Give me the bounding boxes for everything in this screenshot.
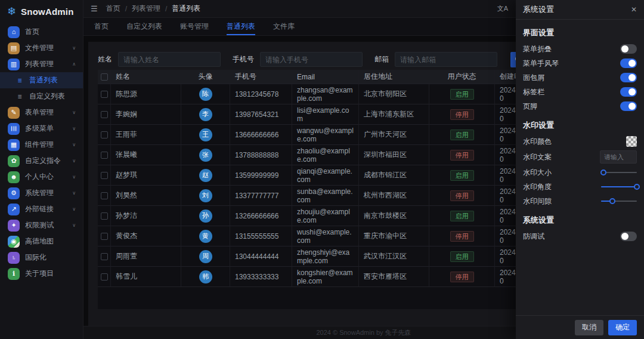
settings-drawer: 系统设置 ✕ 界面设置 菜单折叠 菜单手风琴 面包屑 标签栏 页脚 水印设置 水…	[516, 0, 644, 339]
tab-normal-list[interactable]: 普通列表	[227, 18, 255, 35]
grid-icon: ▦	[8, 139, 20, 151]
gear-icon: ⚙	[8, 187, 20, 199]
breadcrumb-home[interactable]: 首页	[106, 4, 120, 14]
app-logo[interactable]: ❄ SnowAdmin	[0, 0, 83, 24]
col-header-address: 居住地址	[359, 70, 429, 84]
breadcrumb-list-management[interactable]: 列表管理	[132, 4, 160, 14]
breadcrumb: 首页 / 列表管理 / 普通列表	[106, 4, 201, 14]
col-header-avatar: 头像	[181, 70, 230, 84]
anti-debug-toggle[interactable]	[620, 232, 637, 241]
chevron-down-icon: ∨	[72, 142, 76, 147]
row-checkbox[interactable]	[101, 192, 108, 199]
col-header-name: 姓名	[111, 70, 181, 84]
row-checkbox[interactable]	[101, 91, 108, 98]
email-filter-label: 邮箱	[374, 54, 389, 64]
key-icon: ✦	[8, 220, 20, 232]
sidebar-item-label: 系统管理	[25, 188, 67, 198]
row-checkbox[interactable]	[101, 131, 108, 138]
cell-name: 张晨曦	[111, 145, 181, 165]
setting-row-watermark-angle: 水印角度	[523, 180, 637, 194]
sliders-icon: ☰	[8, 123, 20, 135]
sidebar: ❄ SnowAdmin ⌂ 首页 ▤ 文件管理 ∨ ▥ 列表管理 ∧ ≡ 普通列…	[0, 0, 83, 339]
tab-bar-toggle[interactable]	[620, 87, 637, 97]
sidebar-item-component-management[interactable]: ▦ 组件管理 ∨	[0, 137, 83, 153]
tab-custom-list[interactable]: 自定义列表	[126, 18, 162, 35]
slider-handle[interactable]	[609, 198, 615, 204]
chevron-down-icon: ∨	[72, 126, 76, 131]
chevron-down-icon: ∨	[72, 190, 76, 196]
confirm-button[interactable]: 确定	[608, 320, 637, 335]
status-badge: 启用	[450, 251, 474, 262]
setting-row-menu-collapse: 菜单折叠	[523, 42, 637, 56]
sidebar-subitem-normal-list[interactable]: ≡ 普通列表	[0, 72, 83, 88]
menu-collapse-toggle[interactable]	[620, 44, 637, 54]
name-filter-input[interactable]	[118, 52, 221, 67]
cell-email: zhoujiu@example.com	[292, 206, 359, 226]
translate-icon[interactable]: 文A	[497, 4, 508, 13]
cell-email: sunba@example.com	[292, 186, 359, 206]
info-icon: ℹ	[8, 268, 20, 280]
sidebar-item-form-management[interactable]: ✎ 表单管理 ∨	[0, 104, 83, 121]
avatar: 周	[199, 250, 212, 263]
row-checkbox[interactable]	[101, 111, 108, 118]
phone-filter-input[interactable]	[260, 52, 363, 67]
select-all-checkbox[interactable]	[101, 73, 108, 81]
cell-name: 王雨菲	[111, 125, 181, 145]
watermark-angle-slider[interactable]	[601, 183, 637, 190]
drawer-title: 系统设置	[523, 4, 631, 15]
folder-icon: ▤	[8, 42, 20, 54]
cell-address: 上海市浦东新区	[359, 104, 429, 125]
watermark-text-input[interactable]	[600, 150, 637, 164]
cancel-button[interactable]: 取消	[575, 320, 603, 335]
avatar: 黄	[199, 230, 212, 243]
chevron-down-icon: ∨	[72, 158, 76, 164]
avatar: 王	[199, 128, 212, 141]
col-header-status: 用户状态	[429, 70, 495, 84]
sidebar-item-external-link[interactable]: ↗ 外部链接 ∨	[0, 201, 83, 217]
sidebar-item-file-management[interactable]: ▤ 文件管理 ∨	[0, 40, 83, 56]
avatar: 韩	[199, 270, 212, 283]
row-checkbox[interactable]	[101, 152, 108, 159]
tab-account-management[interactable]: 账号管理	[180, 18, 209, 35]
list-lines-icon: ≡	[16, 76, 24, 85]
sidebar-subitem-custom-list[interactable]: ≡ 自定义列表	[0, 88, 83, 104]
breadcrumb-separator: /	[125, 5, 127, 13]
sidebar-item-home[interactable]: ⌂ 首页	[0, 24, 83, 40]
footer-toggle[interactable]	[620, 101, 637, 111]
sidebar-item-system-management[interactable]: ⚙ 系统管理 ∨	[0, 185, 83, 201]
status-badge: 启用	[450, 211, 474, 221]
row-checkbox[interactable]	[101, 273, 108, 281]
menu-accordion-toggle[interactable]	[620, 58, 637, 68]
drawer-body: 界面设置 菜单折叠 菜单手风琴 面包屑 标签栏 页脚 水印设置 水印颜色 水印文…	[516, 20, 644, 315]
slider-handle[interactable]	[634, 184, 640, 190]
sidebar-item-label: 自定义列表	[29, 91, 83, 101]
row-checkbox[interactable]	[101, 253, 108, 260]
row-checkbox[interactable]	[101, 212, 108, 220]
row-checkbox[interactable]	[101, 233, 108, 240]
sidebar-item-list-management[interactable]: ▥ 列表管理 ∧	[0, 56, 83, 72]
col-header-email: Email	[292, 70, 359, 84]
watermark-gap-slider[interactable]	[601, 198, 637, 205]
chevron-down-icon: ∨	[72, 110, 76, 115]
tab-file-library[interactable]: 文件库	[273, 18, 295, 35]
sidebar-item-i18n[interactable]: ♄ 国际化	[0, 249, 83, 266]
tab-home[interactable]: 首页	[94, 18, 109, 35]
sidebar-item-about[interactable]: ℹ 关于项目	[0, 266, 83, 282]
watermark-size-slider[interactable]	[601, 169, 637, 176]
slider-handle[interactable]	[600, 170, 606, 175]
email-filter-input[interactable]	[395, 52, 497, 67]
sidebar-item-amap[interactable]: ◉ 高德地图	[0, 233, 83, 249]
watermark-color-swatch[interactable]	[626, 136, 637, 147]
menu-collapse-icon[interactable]: ☰	[91, 4, 98, 13]
sidebar-item-permission-test[interactable]: ✦ 权限测试 ∨	[0, 217, 83, 233]
cell-name: 李婉娴	[111, 104, 181, 125]
close-icon[interactable]: ✕	[631, 5, 637, 14]
sidebar-item-multilevel-menu[interactable]: ☰ 多级菜单 ∨	[0, 121, 83, 137]
sidebar-item-label: 外部链接	[25, 204, 67, 214]
user-icon: ☻	[8, 171, 20, 183]
sidebar-item-custom-directive[interactable]: ✿ 自定义指令 ∨	[0, 153, 83, 169]
row-checkbox[interactable]	[101, 172, 108, 179]
cell-phone: 13933333333	[230, 267, 292, 287]
sidebar-item-personal-center[interactable]: ☻ 个人中心 ∨	[0, 169, 83, 185]
breadcrumb-toggle[interactable]	[620, 73, 637, 82]
